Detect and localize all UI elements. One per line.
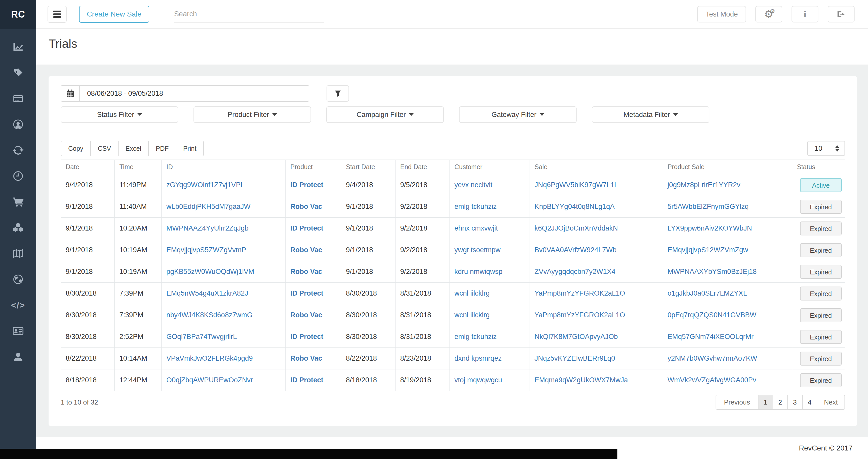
product-filter-dropdown[interactable]: Product Filter	[193, 106, 311, 123]
trial-id-link[interactable]: zGYqg9WOlnf1Z7vj1VPL	[166, 181, 244, 189]
product-link[interactable]: Robo Vac	[290, 311, 322, 319]
print-button[interactable]: Print	[176, 141, 204, 156]
date-range-input[interactable]	[79, 85, 309, 102]
col-header-id[interactable]: ID	[162, 160, 286, 174]
trial-id-link[interactable]: EMqvjjqjvpS5ZWZgVvmP	[166, 246, 246, 254]
product-link[interactable]: ID Protect	[290, 333, 323, 340]
customer-link[interactable]: kdru nmwiqwsp	[455, 268, 502, 275]
customer-link[interactable]: wcnl iilcklrg	[455, 311, 490, 319]
sidebar-item-globe[interactable]	[0, 266, 36, 292]
customer-link[interactable]: wcnl iilcklrg	[455, 289, 490, 297]
product-sale-link[interactable]: y2NM7b0WGvhw7nnAo7KW	[668, 355, 757, 362]
col-header-start-date[interactable]: Start Date	[341, 160, 396, 174]
test-mode-button[interactable]: Test Mode	[697, 6, 746, 23]
sidebar-item-map[interactable]	[0, 240, 36, 266]
product-sale-link[interactable]: EMqvjjqjvpS12WZVmZgw	[668, 246, 748, 254]
page-length-select[interactable]: 10	[807, 141, 845, 156]
col-header-product-sale[interactable]: Product Sale	[663, 160, 792, 174]
sidebar-item-user[interactable]	[0, 344, 36, 370]
status-badge[interactable]: Expired	[800, 308, 842, 322]
product-link[interactable]: Robo Vac	[290, 268, 322, 275]
product-sale-link[interactable]: 5r5AWbbElZFnymGGYlzq	[668, 203, 749, 210]
next-page-button[interactable]: Next	[817, 395, 845, 410]
sale-link[interactable]: YaPmp8mYzYFGROK2aL1O	[534, 311, 625, 319]
info-button[interactable]: i	[792, 6, 818, 23]
col-header-time[interactable]: Time	[115, 160, 162, 174]
csv-button[interactable]: CSV	[91, 141, 118, 156]
sidebar-item-sync[interactable]	[0, 137, 36, 163]
create-new-sale-button[interactable]: Create New Sale	[79, 6, 149, 23]
sidebar-item-credit-card[interactable]	[0, 86, 36, 111]
product-link[interactable]: Robo Vac	[290, 203, 322, 210]
customer-link[interactable]: ywgt tsoetmpw	[455, 246, 501, 254]
gateway-filter-dropdown[interactable]: Gateway Filter	[459, 106, 577, 123]
product-link[interactable]: ID Protect	[290, 181, 323, 189]
status-badge[interactable]: Expired	[800, 330, 842, 344]
sale-link[interactable]: KnpBLYYg04t0q8NLg1qA	[534, 203, 615, 210]
trial-id-link[interactable]: wLb0EddjPKH5dM7gaaJW	[166, 203, 251, 210]
sale-link[interactable]: Bv0VAA0AVrfzW924L7Wb	[534, 246, 617, 254]
customer-link[interactable]: vtoj mqwqwgcu	[455, 376, 502, 384]
apply-filter-button[interactable]	[327, 85, 349, 102]
product-sale-link[interactable]: o1gJkbJ0a0SLr7LMZYXL	[668, 289, 747, 297]
trial-id-link[interactable]: pgKB55zW0WuOQdWj1lVM	[166, 268, 254, 275]
sidebar-item-tags[interactable]	[0, 60, 36, 86]
col-header-date[interactable]: Date	[61, 160, 115, 174]
product-link[interactable]: ID Protect	[290, 289, 323, 297]
excel-button[interactable]: Excel	[119, 141, 149, 156]
status-badge[interactable]: Expired	[800, 200, 842, 214]
page-2-button[interactable]: 2	[773, 395, 788, 410]
sale-link[interactable]: JNqz5vKYZEIwBERr9Lq0	[534, 355, 615, 362]
pdf-button[interactable]: PDF	[149, 141, 176, 156]
sale-link[interactable]: ZVvAyygqdqcbn7y2W1X4	[534, 268, 615, 275]
status-badge[interactable]: Expired	[800, 352, 842, 365]
product-link[interactable]: ID Protect	[290, 376, 323, 384]
sale-link[interactable]: k6Q2JJOjBoCmXnVddakN	[534, 224, 618, 232]
search-input[interactable]	[174, 6, 324, 23]
trial-id-link[interactable]: nby4WJ4K8KSd6o8z7wmG	[166, 311, 252, 319]
trial-id-link[interactable]: GOql7BPa74TwvgjrllrL	[166, 333, 237, 340]
trial-id-link[interactable]: EMq5nW54g4uX1zkrA82J	[166, 289, 248, 297]
settings-button[interactable]: ⚙ ⚙	[755, 6, 782, 23]
status-badge[interactable]: Expired	[800, 287, 842, 300]
col-header-status[interactable]: Status	[792, 160, 845, 174]
metadata-filter-dropdown[interactable]: Metadata Filter	[592, 106, 709, 123]
product-link[interactable]: ID Protect	[290, 224, 323, 232]
page-4-button[interactable]: 4	[803, 395, 817, 410]
customer-link[interactable]: yevx necltvlt	[455, 181, 492, 189]
trial-id-link[interactable]: O0qjZbqAWPUREwOoZNvr	[166, 376, 253, 384]
sidebar-item-clock[interactable]	[0, 163, 36, 189]
campaign-filter-dropdown[interactable]: Campaign Filter	[326, 106, 444, 123]
customer-link[interactable]: emlg tckuhziz	[455, 333, 497, 340]
customer-link[interactable]: emlg tckuhziz	[455, 203, 497, 210]
status-badge[interactable]: Active	[800, 178, 842, 192]
col-header-end-date[interactable]: End Date	[396, 160, 450, 174]
product-link[interactable]: Robo Vac	[290, 246, 322, 254]
col-header-sale[interactable]: Sale	[530, 160, 663, 174]
customer-link[interactable]: dxnd kpsmrqez	[455, 355, 502, 362]
sidebar-item-shopping-cart[interactable]	[0, 189, 36, 215]
sidebar-item-code[interactable]: </>	[0, 292, 36, 318]
status-badge[interactable]: Expired	[800, 243, 842, 257]
product-sale-link[interactable]: 0pEq7rqQZQS0N41GVBBW	[668, 311, 756, 319]
customer-link[interactable]: ehnx cmxvwjit	[455, 224, 498, 232]
sidebar-item-id-card[interactable]	[0, 318, 36, 344]
product-sale-link[interactable]: MWPNAAXYbYSm0BzJEj18	[668, 268, 757, 275]
app-logo[interactable]: RC	[0, 0, 36, 29]
trial-id-link[interactable]: VPaVmkJwO2FLRGk4pgd9	[166, 355, 253, 362]
page-1-button[interactable]: 1	[758, 395, 773, 410]
sale-link[interactable]: YaPmp8mYzYFGROK2aL1O	[534, 289, 625, 297]
menu-toggle-button[interactable]	[48, 6, 67, 23]
status-filter-dropdown[interactable]: Status Filter	[61, 106, 178, 123]
product-link[interactable]: Robo Vac	[290, 355, 322, 362]
sale-link[interactable]: EMqma9qW2gUkOWX7MwJa	[534, 376, 628, 384]
product-sale-link[interactable]: j0g9Mz8pLrirEr1YYR2v	[668, 181, 740, 189]
sign-out-button[interactable]	[828, 6, 855, 23]
sale-link[interactable]: NkQl7K8M7GtOApvyAJOb	[534, 333, 618, 340]
product-sale-link[interactable]: EMq57GNm74iXEOOLqrMr	[668, 333, 753, 340]
trial-id-link[interactable]: MWPNAAZ4YyUlrr2ZqJgb	[166, 224, 249, 232]
previous-page-button[interactable]: Previous	[716, 395, 758, 410]
copy-button[interactable]: Copy	[61, 141, 91, 156]
product-sale-link[interactable]: WmVk2wVZgAfvgWGA00Pv	[668, 376, 756, 384]
sidebar-item-cubes[interactable]	[0, 215, 36, 240]
